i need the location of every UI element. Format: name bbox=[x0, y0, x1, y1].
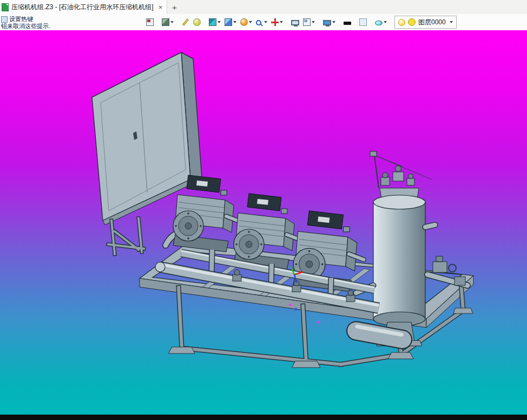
display-mode-icon bbox=[162, 18, 169, 26]
white-panel-button[interactable] bbox=[358, 17, 368, 27]
close-tab-icon[interactable]: × bbox=[157, 3, 164, 11]
white-panel-icon bbox=[359, 18, 367, 26]
new-tab-button[interactable]: + bbox=[167, 0, 181, 14]
cad-application-window: 压缩机机组.Z3 - [石油化工行业用水环压缩机机组] × + 图层0000 设… bbox=[0, 0, 527, 420]
monitor-button[interactable] bbox=[322, 18, 337, 26]
frame-icon bbox=[303, 18, 311, 26]
dropdown-caret-icon bbox=[233, 21, 236, 23]
screen-button[interactable] bbox=[290, 18, 300, 26]
dropdown-caret-icon bbox=[312, 21, 315, 23]
refresh-window-button[interactable] bbox=[145, 17, 155, 27]
shaded-cube-icon bbox=[209, 18, 216, 26]
dropdown-caret-icon bbox=[218, 21, 221, 23]
model-3d[interactable] bbox=[0, 30, 527, 415]
sun-icon bbox=[240, 18, 248, 26]
black-bar-icon bbox=[344, 22, 351, 25]
layer-color-swatch[interactable] bbox=[408, 18, 416, 26]
layer-visibility-bulb-icon[interactable] bbox=[398, 19, 405, 26]
dropdown-caret-icon bbox=[280, 21, 283, 23]
document-icon bbox=[2, 3, 9, 11]
screen-icon bbox=[291, 20, 299, 25]
lens-icon bbox=[375, 21, 383, 25]
lens-button[interactable] bbox=[374, 18, 388, 26]
tab-bar: 压缩机机组.Z3 - [石油化工行业用水环压缩机机组] × + bbox=[0, 0, 527, 15]
sphere-icon bbox=[193, 18, 201, 26]
refresh-window-icon bbox=[146, 18, 154, 26]
move-button[interactable] bbox=[270, 17, 284, 27]
hint-overlay: 设置热键 钮来取消这些提示. bbox=[1, 16, 50, 30]
pulsation-bottle[interactable] bbox=[356, 326, 403, 339]
viewport[interactable] bbox=[0, 30, 527, 415]
cabinet-stand[interactable] bbox=[108, 218, 144, 254]
pencil-icon bbox=[182, 18, 189, 25]
document-title: 压缩机机组.Z3 - [石油化工行业用水环压缩机机组] bbox=[11, 3, 154, 12]
zoom-button[interactable] bbox=[255, 18, 268, 26]
document-tab[interactable]: 压缩机机组.Z3 - [石油化工行业用水环压缩机机组] × bbox=[0, 0, 167, 14]
frame-button[interactable] bbox=[302, 17, 316, 27]
status-bar[interactable] bbox=[0, 415, 527, 420]
hint-text-1: 设置热键 bbox=[9, 16, 33, 23]
dropdown-caret-icon bbox=[170, 21, 174, 23]
view-cube-button[interactable] bbox=[223, 17, 238, 27]
toolbar-icons bbox=[143, 17, 388, 27]
sun-button[interactable] bbox=[239, 17, 253, 27]
valve-assembly[interactable] bbox=[427, 256, 467, 285]
dropdown-caret-icon bbox=[384, 21, 387, 23]
hint-text-2: 钮来取消这些提示. bbox=[1, 23, 50, 30]
view-cube-icon bbox=[225, 18, 232, 26]
move-icon bbox=[271, 18, 279, 26]
sphere-button[interactable] bbox=[192, 17, 202, 27]
toolbar: 图层0000 bbox=[0, 14, 527, 30]
monitor-icon bbox=[323, 20, 331, 25]
hint-icon bbox=[1, 16, 8, 23]
display-mode-button[interactable] bbox=[161, 17, 175, 27]
layer-name: 图层0000 bbox=[418, 18, 446, 27]
zoom-icon bbox=[256, 20, 261, 25]
dropdown-caret-icon bbox=[249, 21, 252, 23]
pencil-button[interactable] bbox=[181, 17, 190, 27]
layer-selector[interactable]: 图层0000 bbox=[394, 16, 457, 29]
shaded-cube-button[interactable] bbox=[208, 17, 222, 27]
dropdown-caret-icon bbox=[332, 21, 335, 23]
black-bar-button[interactable] bbox=[342, 18, 352, 26]
dropdown-caret-icon bbox=[264, 21, 267, 23]
chevron-down-icon bbox=[450, 21, 453, 23]
